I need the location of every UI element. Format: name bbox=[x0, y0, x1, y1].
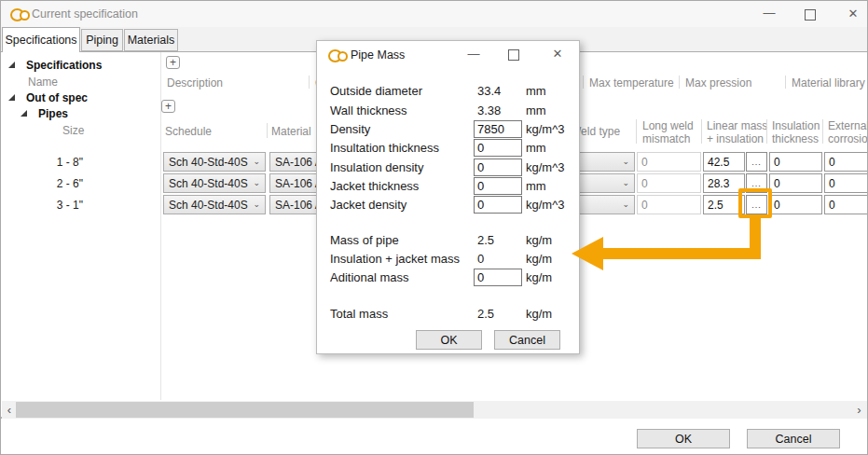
insulation-thickness-input[interactable] bbox=[474, 139, 522, 157]
chevron-down-icon: ⌄ bbox=[253, 179, 260, 187]
schedule-value: Sch 40-Std-40S bbox=[169, 177, 248, 190]
separator bbox=[636, 119, 637, 144]
long-weld-mismatch-cell[interactable]: 0 bbox=[637, 195, 701, 214]
linear-mass-more-button[interactable]: ... bbox=[746, 152, 767, 172]
column-header-external-corrosion: External corrosion bbox=[828, 119, 868, 145]
field-label: Jacket density bbox=[330, 198, 406, 212]
field-unit: mm bbox=[526, 179, 546, 193]
field-unit: kg/m^3 bbox=[526, 160, 565, 174]
external-corrosion-cell[interactable]: 0 bbox=[824, 173, 868, 193]
schedule-combobox[interactable]: Sch 40-Std-40S ⌄ bbox=[163, 195, 266, 214]
total-mass-label: Total mass bbox=[330, 307, 388, 321]
insulation-density-input[interactable] bbox=[474, 159, 522, 176]
titlebar: Current specification — ✕ bbox=[1, 1, 867, 27]
annotation-arrow-horizontal bbox=[601, 248, 761, 259]
separator bbox=[701, 119, 702, 144]
column-header-insulation-thickness: Insulation thickness bbox=[772, 119, 830, 145]
minimize-button[interactable]: — bbox=[756, 6, 782, 20]
total-mass-value: 2.5 bbox=[477, 307, 494, 321]
long-weld-mismatch-cell[interactable]: 0 bbox=[637, 152, 701, 172]
field-label: Insulation + jacket mass bbox=[330, 252, 460, 266]
field-unit: kg/m^3 bbox=[526, 198, 565, 212]
field-label: Aditional mass bbox=[330, 270, 409, 284]
tree-item-out-of-spec[interactable]: Out of spec bbox=[26, 91, 88, 104]
tree-label-size: Size bbox=[62, 124, 84, 137]
scroll-right-arrow[interactable]: › bbox=[852, 401, 866, 419]
field-value: 33.4 bbox=[477, 84, 501, 98]
schedule-combobox[interactable]: Sch 40-Std-40S ⌄ bbox=[163, 152, 266, 172]
app-rings-icon bbox=[10, 7, 31, 21]
tree-item-pipes[interactable]: Pipes bbox=[38, 107, 68, 120]
dialog-close-button[interactable]: ✕ bbox=[546, 47, 569, 61]
expander-out-of-spec[interactable] bbox=[8, 94, 15, 101]
field-unit: kg/m^3 bbox=[526, 122, 565, 136]
dialog-maximize-button[interactable] bbox=[508, 49, 519, 61]
dialog-ok-button[interactable]: OK bbox=[416, 330, 482, 350]
separator bbox=[822, 119, 823, 144]
separator bbox=[785, 76, 786, 89]
column-header-description: Description bbox=[167, 76, 223, 90]
column-header-max-pression: Max pression bbox=[685, 76, 751, 90]
insulation-thickness-cell[interactable]: 0 bbox=[769, 195, 822, 214]
scroll-left-arrow[interactable]: ‹ bbox=[3, 401, 16, 419]
jacket-thickness-input[interactable] bbox=[474, 177, 522, 195]
chevron-down-icon: ⌄ bbox=[622, 200, 629, 209]
row-size-label[interactable]: 3 - 1" bbox=[55, 199, 83, 212]
cancel-button[interactable]: Cancel bbox=[747, 429, 840, 448]
field-label: Mass of pipe bbox=[330, 233, 399, 247]
highlight-box bbox=[738, 188, 772, 218]
linear-mass-cell[interactable]: 42.5 bbox=[703, 152, 745, 172]
add-pipe-button[interactable]: + bbox=[161, 100, 175, 113]
aditional-mass-input[interactable] bbox=[474, 269, 522, 286]
field-label: Density bbox=[330, 122, 370, 136]
field-value: 2.5 bbox=[477, 233, 494, 247]
field-label: Outside diameter bbox=[330, 84, 422, 98]
jacket-density-input[interactable] bbox=[474, 196, 522, 214]
ok-button[interactable]: OK bbox=[637, 429, 730, 448]
dialog-rings-icon bbox=[328, 48, 349, 62]
separator bbox=[583, 76, 584, 89]
schedule-value: Sch 40-Std-40S bbox=[169, 199, 248, 212]
insulation-thickness-cell[interactable]: 0 bbox=[769, 173, 822, 193]
tree-item-specifications[interactable]: Specifications bbox=[26, 59, 102, 72]
external-corrosion-cell[interactable]: 0 bbox=[824, 152, 868, 172]
column-header-material-library: Material library bbox=[792, 76, 865, 90]
column-header-long-weld-mismatch: Long weld mismatch bbox=[642, 119, 702, 145]
window-title: Current specification bbox=[32, 7, 138, 21]
chevron-down-icon: ⌄ bbox=[622, 158, 629, 166]
dialog-minimize-button[interactable]: — bbox=[462, 47, 485, 61]
column-header-material: Material bbox=[271, 125, 311, 138]
column-header-schedule: Schedule bbox=[165, 125, 212, 138]
expander-specifications[interactable] bbox=[8, 62, 15, 68]
chevron-down-icon: ⌄ bbox=[253, 158, 260, 166]
density-input[interactable] bbox=[474, 120, 522, 138]
expander-pipes[interactable] bbox=[21, 110, 27, 117]
schedule-combobox[interactable]: Sch 40-Std-40S ⌄ bbox=[163, 173, 266, 193]
field-unit: mm bbox=[526, 141, 546, 155]
separator bbox=[267, 123, 268, 138]
long-weld-mismatch-cell[interactable]: 0 bbox=[637, 173, 701, 193]
tab-piping[interactable]: Piping bbox=[81, 29, 123, 51]
field-unit: mm bbox=[526, 84, 546, 98]
field-unit: kg/m bbox=[526, 233, 552, 247]
close-button[interactable]: ✕ bbox=[840, 7, 866, 21]
insulation-thickness-cell[interactable]: 0 bbox=[769, 152, 822, 172]
maximize-button[interactable] bbox=[805, 9, 816, 21]
row-size-label[interactable]: 2 - 6" bbox=[55, 177, 83, 190]
schedule-value: Sch 40-Std-40S bbox=[169, 156, 248, 169]
field-value: 0 bbox=[477, 252, 484, 266]
dialog-cancel-button[interactable]: Cancel bbox=[494, 330, 560, 350]
row-size-label[interactable]: 1 - 8" bbox=[55, 156, 83, 169]
annotation-arrow-head bbox=[572, 237, 603, 270]
external-corrosion-cell[interactable]: 0 bbox=[824, 195, 868, 214]
chevron-down-icon: ⌄ bbox=[253, 200, 260, 209]
field-label: Insultation thickness bbox=[330, 141, 439, 155]
tab-materials[interactable]: Materials bbox=[124, 29, 178, 51]
chevron-down-icon: ⌄ bbox=[622, 179, 629, 187]
tab-specifications[interactable]: Specifications bbox=[2, 27, 80, 52]
add-specification-button[interactable]: + bbox=[166, 56, 180, 69]
field-unit: mm bbox=[526, 103, 546, 117]
scrollbar-thumb[interactable] bbox=[16, 402, 474, 418]
separator bbox=[309, 76, 310, 89]
total-mass-unit: kg/m bbox=[526, 307, 552, 321]
